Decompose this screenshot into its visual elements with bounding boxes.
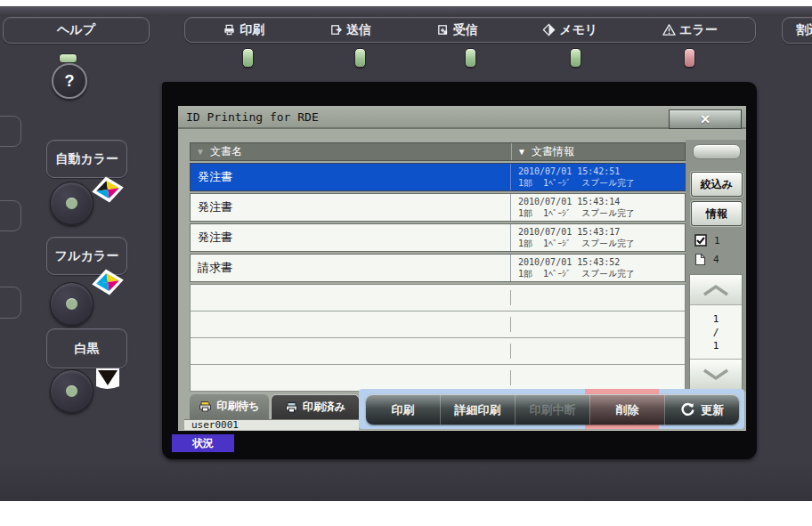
total-count: 4 [713, 254, 719, 265]
page-indicator: 1 / 1 [690, 305, 742, 359]
help-button[interactable]: ヘルプ [3, 17, 150, 44]
status-tab[interactable]: 状況 [172, 434, 234, 452]
status-indicator-box: 印刷 送信 受信 メモリ エラー [184, 17, 756, 43]
help-button-label: ヘルプ [57, 22, 95, 38]
refresh-button[interactable]: 更新 [664, 395, 739, 425]
action-panel: 印刷 詳細印刷 印刷中断 削除 更新 [359, 389, 744, 429]
full-color-indicator [66, 298, 77, 310]
status-memory: メモリ [542, 22, 597, 38]
interrupt-button[interactable]: 割込み [782, 17, 812, 44]
status-tab-label: 状況 [192, 436, 214, 451]
tab-print-queue-label: 印刷待ち [216, 399, 259, 414]
column-header-name[interactable]: ▼ 文書名 [191, 143, 511, 160]
dialog-title-bar: ID Printing for RDE [178, 106, 746, 129]
table-row[interactable]: 請求書 2010/07/01 15:43:521部 1ﾍﾟｰｼﾞ スプール完了 [190, 254, 686, 282]
cmyk-auto-icon [91, 176, 125, 203]
edge-button-1[interactable] [0, 116, 21, 147]
chevron-down-icon [701, 368, 731, 381]
help-question-button[interactable]: ? [52, 63, 87, 99]
status-print-label: 印刷 [240, 22, 264, 38]
bw-indicator [66, 385, 77, 397]
interrupt-button-label: 割込み [796, 22, 812, 38]
scroll-handle[interactable] [693, 144, 741, 159]
id-printing-dialog: ID Printing for RDE ✕ ▼ 文書名 ▼ 文書情報 発注書 2… [178, 106, 746, 431]
document-timestamp: 2010/07/01 15:43:52 [518, 257, 620, 267]
send-led [354, 48, 366, 68]
tab-printed[interactable]: 印刷済み [271, 394, 360, 419]
receive-icon [436, 23, 450, 36]
column-info-label: 文書情報 [532, 144, 574, 159]
empty-row[interactable] [191, 312, 685, 338]
page-down-button[interactable] [690, 359, 742, 389]
edge-button-2[interactable] [0, 200, 21, 231]
total-count-row: 4 [694, 253, 719, 266]
column-name-label: 文書名 [210, 144, 242, 159]
status-memory-label: メモリ [559, 22, 597, 38]
control-panel: ヘルプ 印刷 送信 受信 メモリ [0, 6, 812, 501]
document-detail: 1部 1ﾍﾟｰｼﾞ スプール完了 [518, 178, 635, 188]
user-id: user0001 [184, 419, 359, 430]
edge-button-3[interactable] [0, 287, 21, 319]
table-row[interactable]: 発注書 2010/07/01 15:43:141部 1ﾍﾟｰｼﾞ スプール完了 [190, 193, 686, 222]
info-button[interactable]: 情報 [691, 201, 743, 226]
empty-row[interactable] [191, 365, 685, 391]
document-detail: 1部 1ﾍﾟｰｼﾞ スプール完了 [518, 239, 635, 248]
receive-led [465, 48, 476, 68]
table-row[interactable]: 発注書 2010/07/01 15:43:171部 1ﾍﾟｰｼﾞ スプール完了 [190, 223, 686, 252]
tab-print-queue[interactable]: 印刷待ち [190, 393, 269, 419]
question-mark: ? [65, 72, 75, 91]
close-icon: ✕ [700, 112, 710, 126]
printer-icon [223, 23, 236, 36]
empty-row[interactable] [191, 338, 685, 365]
bw-button[interactable]: 白黒 [46, 328, 127, 368]
close-button[interactable]: ✕ [669, 109, 742, 129]
filter-button-label: 絞込み [701, 177, 733, 192]
bw-icon [91, 366, 125, 392]
document-name: 発注書 [191, 224, 510, 251]
status-error: エラー [662, 22, 718, 38]
tab-printed-label: 印刷済み [303, 400, 345, 415]
column-divider [510, 317, 511, 332]
document-timestamp: 2010/07/01 15:43:14 [518, 197, 620, 206]
delete-button[interactable]: 削除 [589, 395, 664, 425]
auto-color-select-button[interactable] [50, 182, 93, 225]
delete-button-label: 削除 [616, 402, 639, 418]
document-name: 請求書 [191, 255, 510, 281]
print-interrupt-button-label: 印刷中断 [530, 402, 576, 418]
detail-print-button[interactable]: 詳細印刷 [440, 395, 515, 425]
table-header: ▼ 文書名 ▼ 文書情報 [190, 142, 686, 161]
status-error-label: エラー [679, 22, 718, 38]
printer-queue-icon [199, 401, 212, 412]
empty-row[interactable] [191, 285, 685, 312]
document-info: 2010/07/01 15:43:171部 1ﾍﾟｰｼﾞ スプール完了 [510, 224, 685, 251]
print-button[interactable]: 印刷 [366, 395, 440, 425]
detail-print-button-label: 詳細印刷 [455, 402, 501, 418]
document-timestamp: 2010/07/01 15:43:17 [518, 227, 620, 237]
page-up-button[interactable] [690, 275, 742, 305]
filter-button[interactable]: 絞込み [691, 172, 743, 197]
empty-rows [190, 284, 686, 392]
help-led [59, 53, 77, 63]
action-button-group: 印刷 詳細印刷 印刷中断 削除 更新 [366, 394, 739, 425]
status-send: 送信 [329, 22, 371, 38]
selected-count: 1 [714, 235, 720, 247]
column-divider [510, 344, 511, 359]
auto-color-button[interactable]: 自動カラー [46, 140, 127, 178]
column-header-info[interactable]: ▼ 文書情報 [511, 143, 685, 160]
full-color-select-button[interactable] [50, 282, 93, 326]
column-divider [510, 290, 511, 305]
dialog-title: ID Printing for RDE [186, 110, 319, 124]
memory-icon [542, 23, 556, 36]
checkbox-checked-icon [694, 234, 707, 247]
document-info: 2010/07/01 15:43:521部 1ﾍﾟｰｼﾞ スプール完了 [510, 255, 685, 281]
send-icon [329, 23, 343, 36]
document-detail: 1部 1ﾍﾟｰｼﾞ スプール完了 [518, 269, 635, 279]
refresh-icon [680, 402, 695, 417]
status-receive-label: 受信 [453, 22, 478, 38]
auto-color-label: 自動カラー [55, 151, 118, 167]
sort-icon-name: ▼ [196, 148, 205, 157]
page-separator: / [713, 326, 719, 339]
table-row[interactable]: 発注書 2010/07/01 15:42:511部 1ﾍﾟｰｼﾞ スプール完了 [190, 163, 686, 191]
print-interrupt-button[interactable]: 印刷中断 [515, 395, 589, 425]
bw-select-button[interactable] [50, 369, 93, 413]
